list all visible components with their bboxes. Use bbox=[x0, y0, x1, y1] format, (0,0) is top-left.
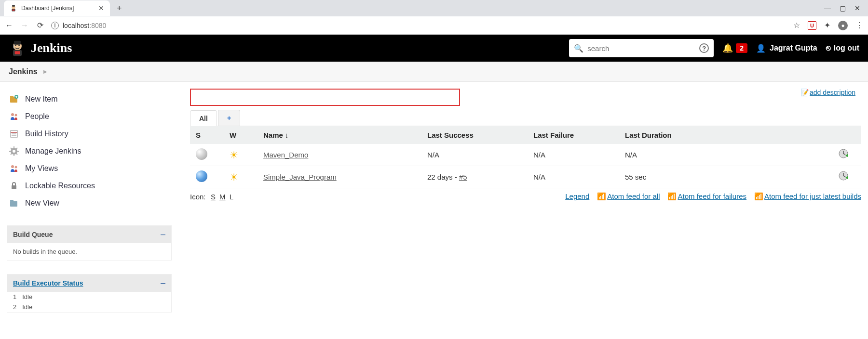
tab-new-view[interactable]: + bbox=[218, 110, 240, 126]
brand-text: Jenkins bbox=[31, 41, 72, 55]
browser-chrome: Dashboard [Jenkins] ✕ + — ▢ ✕ ← → ⟳ i lo… bbox=[0, 0, 868, 35]
executor-pane: Build Executor Status — 1 Idle 2 Idle bbox=[7, 274, 172, 313]
sidebar-item-new-item[interactable]: New Item bbox=[7, 91, 172, 108]
address-bar-icons: ☆ U ✦ ● ⋮ bbox=[793, 21, 863, 30]
executor-title[interactable]: Build Executor Status bbox=[13, 279, 83, 287]
icon-size-selector: Icon: S M L bbox=[190, 193, 234, 201]
bell-icon: 🔔 bbox=[722, 43, 733, 53]
svg-rect-7 bbox=[15, 51, 20, 54]
bookmark-icon[interactable]: ☆ bbox=[793, 21, 800, 30]
close-window-button[interactable]: ✕ bbox=[854, 4, 860, 12]
schedule-build-icon[interactable] bbox=[838, 173, 849, 183]
mcafee-icon[interactable]: U bbox=[808, 21, 816, 30]
executor-status: Idle bbox=[22, 303, 32, 311]
main-layout: New Item People Build History Manage Jen… bbox=[0, 82, 868, 321]
executor-row: 1 Idle bbox=[7, 292, 171, 302]
col-last-failure[interactable]: Last Failure bbox=[528, 126, 619, 144]
svg-rect-33 bbox=[10, 200, 14, 202]
window-controls: — ▢ ✕ bbox=[816, 4, 868, 12]
new-tab-button[interactable]: + bbox=[112, 3, 127, 13]
icon-size-l[interactable]: L bbox=[230, 193, 233, 201]
add-description-link[interactable]: add description bbox=[810, 89, 855, 96]
minimize-button[interactable]: — bbox=[824, 4, 831, 12]
logout-link[interactable]: ⎋ log out bbox=[826, 44, 859, 52]
search-input[interactable] bbox=[587, 44, 699, 52]
logout-icon: ⎋ bbox=[826, 44, 831, 52]
task-label: Lockable Resources bbox=[25, 182, 95, 190]
lock-icon bbox=[9, 181, 19, 191]
col-name[interactable]: Name ↓ bbox=[258, 126, 421, 144]
reload-button[interactable]: ⟳ bbox=[36, 21, 44, 30]
icon-size-s[interactable]: S bbox=[211, 193, 216, 201]
status-ball-blue bbox=[196, 170, 207, 182]
jenkins-header: Jenkins 🔍 ? 🔔 2 👤 Jagrat Gupta ⎋ log out bbox=[0, 35, 868, 62]
icon-legend-row: Icon: S M L Legend 📶Atom feed for all 📶A… bbox=[190, 192, 861, 201]
close-tab-icon[interactable]: ✕ bbox=[98, 4, 104, 12]
col-last-success[interactable]: Last Success bbox=[421, 126, 528, 144]
task-list: New Item People Build History Manage Jen… bbox=[7, 91, 172, 212]
footer-links: Legend 📶Atom feed for all 📶Atom feed for… bbox=[565, 192, 861, 201]
executor-status: Idle bbox=[22, 293, 32, 300]
build-queue-body: No builds in the queue. bbox=[7, 243, 171, 260]
profile-icon[interactable]: ● bbox=[838, 21, 848, 30]
task-label: People bbox=[25, 112, 49, 121]
svg-point-29 bbox=[11, 165, 14, 168]
maximize-button[interactable]: ▢ bbox=[840, 4, 846, 12]
last-success-cell: N/A bbox=[421, 144, 528, 166]
atom-feed-all[interactable]: Atom feed for all bbox=[607, 192, 660, 200]
gear-icon bbox=[9, 146, 19, 156]
extensions-icon[interactable]: ✦ bbox=[824, 21, 830, 30]
breadcrumb-root[interactable]: Jenkins bbox=[9, 67, 38, 76]
last-duration-cell: 55 sec bbox=[619, 166, 832, 188]
sidebar-item-build-history[interactable]: Build History bbox=[7, 125, 172, 143]
collapse-icon[interactable]: — bbox=[161, 232, 165, 237]
url-field[interactable]: i localhost:8080 bbox=[51, 22, 787, 29]
sidebar-item-manage-jenkins[interactable]: Manage Jenkins bbox=[7, 143, 172, 160]
table-row: ☀ Maven_Demo N/A N/A N/A bbox=[190, 144, 861, 166]
legend-link[interactable]: Legend bbox=[565, 192, 589, 201]
sidebar-item-lockable-resources[interactable]: Lockable Resources bbox=[7, 177, 172, 195]
browser-tab[interactable]: Dashboard [Jenkins] ✕ bbox=[4, 0, 110, 16]
job-link[interactable]: Maven_Demo bbox=[263, 151, 308, 159]
jenkins-logo[interactable]: Jenkins bbox=[9, 39, 72, 57]
atom-feed-failures[interactable]: Atom feed for failures bbox=[678, 192, 746, 200]
schedule-build-icon[interactable] bbox=[838, 151, 849, 161]
search-box[interactable]: 🔍 ? bbox=[569, 39, 714, 57]
icon-size-m[interactable]: M bbox=[219, 193, 226, 201]
job-link[interactable]: Simple_Java_Program bbox=[263, 173, 337, 181]
back-button[interactable]: ← bbox=[5, 21, 14, 30]
last-duration-cell: N/A bbox=[619, 144, 832, 166]
build-number-link[interactable]: #5 bbox=[459, 173, 467, 181]
sidebar-item-new-view[interactable]: New View bbox=[7, 195, 172, 212]
url-host: localhost bbox=[63, 22, 89, 29]
col-last-duration[interactable]: Last Duration bbox=[619, 126, 832, 144]
help-icon[interactable]: ? bbox=[699, 43, 709, 53]
menu-icon[interactable]: ⋮ bbox=[855, 21, 863, 30]
col-weather[interactable]: W bbox=[224, 126, 258, 144]
rss-icon: 📶 bbox=[754, 192, 763, 200]
table-header-row: S W Name ↓ Last Success Last Failure Las… bbox=[190, 126, 861, 144]
jenkins-logo-icon bbox=[9, 39, 26, 57]
svg-rect-31 bbox=[12, 185, 16, 189]
col-status[interactable]: S bbox=[190, 126, 224, 144]
forward-button[interactable]: → bbox=[20, 21, 29, 30]
user-link[interactable]: 👤 Jagrat Gupta bbox=[756, 44, 817, 53]
sidebar-item-my-views[interactable]: My Views bbox=[7, 160, 172, 177]
icon-size-label: Icon: bbox=[190, 193, 206, 201]
search-icon: 🔍 bbox=[574, 44, 583, 53]
rss-icon: 📶 bbox=[597, 192, 606, 200]
svg-point-14 bbox=[15, 114, 17, 117]
sidebar-item-people[interactable]: People bbox=[7, 108, 172, 125]
tab-all[interactable]: All bbox=[190, 110, 217, 126]
weather-cell: ☀ bbox=[224, 166, 258, 188]
collapse-icon[interactable]: — bbox=[161, 281, 165, 286]
site-info-icon[interactable]: i bbox=[51, 22, 59, 29]
edit-icon: 📝 bbox=[800, 89, 809, 96]
name-cell: Simple_Java_Program bbox=[258, 166, 421, 188]
status-cell bbox=[190, 144, 224, 166]
last-success-cell: 22 days - #5 bbox=[421, 166, 528, 188]
build-history-icon bbox=[9, 129, 19, 139]
svg-rect-11 bbox=[10, 96, 14, 98]
notifications[interactable]: 🔔 2 bbox=[722, 43, 747, 53]
atom-feed-latest[interactable]: Atom feed for just latest builds bbox=[764, 192, 861, 200]
